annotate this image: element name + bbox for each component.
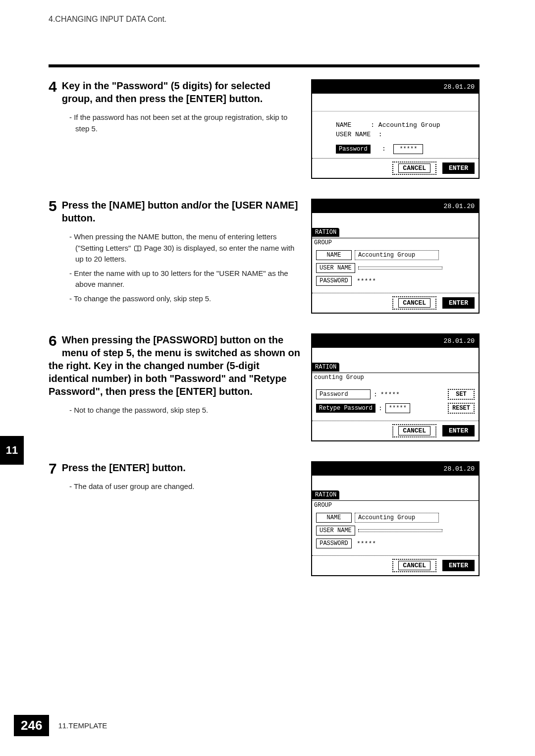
screen-date: 28.01.20: [312, 80, 479, 94]
username-input[interactable]: [358, 267, 442, 270]
header-divider: [49, 64, 480, 67]
screenshot-step5: 28.01.20 RATION GROUP NAME Accounting Gr…: [311, 199, 480, 314]
enter-button[interactable]: ENTER: [442, 560, 475, 571]
password-label: Password: [336, 145, 371, 154]
step-bullets: The data of user group are changed.: [49, 481, 301, 492]
bullet: When pressing the NAME button, the menu …: [69, 231, 301, 265]
set-button[interactable]: SET: [448, 389, 475, 400]
password-value: *****: [380, 391, 400, 398]
name-input[interactable]: Accounting Group: [355, 513, 439, 523]
username-button[interactable]: USER NAME: [316, 526, 355, 536]
step-number: 4: [49, 79, 57, 94]
page-number: 246: [14, 715, 49, 736]
retype-password-label: Retype Password: [316, 404, 375, 413]
step-title: Press the [NAME] button and/or the [USER…: [49, 199, 301, 224]
step-title: Key in the "Password" (5 digits) for sel…: [49, 79, 301, 105]
screen-date: 28.01.20: [312, 334, 479, 348]
retype-password-field[interactable]: *****: [385, 403, 410, 413]
cancel-button[interactable]: CANCEL: [392, 162, 436, 175]
enter-button[interactable]: ENTER: [442, 297, 475, 309]
footer-section: 11.TEMPLATE: [58, 721, 107, 730]
name-input[interactable]: Accounting Group: [355, 250, 439, 260]
step-bullets: If the password has not been set at the …: [49, 112, 301, 134]
screenshot-step7: 28.01.20 RATION GROUP NAME Accounting Gr…: [311, 461, 480, 576]
name-button[interactable]: NAME: [316, 513, 352, 523]
screenshot-step4: 28.01.20 NAME : Accounting Group USER NA…: [311, 79, 480, 179]
step-7: 7 Press the [ENTER] button. The data of …: [49, 461, 480, 576]
cancel-button[interactable]: CANCEL: [392, 424, 436, 437]
name-value: : Accounting Group: [371, 121, 440, 129]
step-5: 5 Press the [NAME] button and/or the [US…: [49, 199, 480, 314]
tab-ration: RATION: [312, 490, 339, 499]
page-footer: 246 11.TEMPLATE: [14, 715, 107, 736]
step-bullets: When pressing the NAME button, the menu …: [49, 231, 301, 304]
step-number: 5: [49, 199, 57, 214]
bullet: If the password has not been set at the …: [69, 112, 301, 134]
name-button[interactable]: NAME: [316, 250, 352, 260]
bullet: The data of user group are changed.: [69, 481, 301, 492]
password-button[interactable]: PASSWORD: [316, 276, 352, 286]
username-button[interactable]: USER NAME: [316, 263, 355, 273]
screenshot-step6: 28.01.20 RATION counting Group Password …: [311, 333, 480, 441]
name-label: NAME: [336, 121, 351, 129]
step-title: When pressing the [PASSWORD] button on t…: [49, 333, 301, 398]
reset-button[interactable]: RESET: [448, 403, 475, 414]
bullet: To change the password only, skip step 5…: [69, 293, 301, 305]
step-title: Press the [ENTER] button.: [49, 461, 301, 474]
bullet: Enter the name with up to 30 letters for…: [69, 268, 301, 290]
screen-date: 28.01.20: [312, 200, 479, 213]
password-value: *****: [355, 540, 376, 547]
page-header: 4.CHANGING INPUT DATA Cont.: [49, 15, 166, 24]
password-field[interactable]: *****: [393, 144, 423, 154]
screen-date: 28.01.20: [312, 462, 479, 476]
book-icon: [134, 246, 141, 251]
content-area: 4 Key in the "Password" (5 digits) for s…: [49, 79, 480, 596]
tab-ration: RATION: [312, 363, 339, 372]
password-value: *****: [355, 277, 376, 285]
username-value: :: [378, 131, 382, 138]
password-button[interactable]: PASSWORD: [316, 539, 352, 548]
chapter-tab: 11: [0, 436, 24, 465]
step-number: 6: [49, 333, 57, 348]
subheader: counting Group: [312, 373, 479, 384]
subheader: GROUP: [312, 238, 479, 249]
step-bullets: Not to change the password, skip step 5.: [49, 405, 301, 416]
username-input[interactable]: [358, 529, 442, 532]
subheader: GROUP: [312, 500, 479, 512]
password-label: Password: [316, 389, 371, 399]
enter-button[interactable]: ENTER: [442, 425, 475, 436]
username-label: USER NAME: [336, 131, 371, 138]
cancel-button[interactable]: CANCEL: [392, 559, 436, 572]
step-4: 4 Key in the "Password" (5 digits) for s…: [49, 79, 480, 179]
cancel-button[interactable]: CANCEL: [392, 296, 436, 310]
enter-button[interactable]: ENTER: [442, 162, 475, 174]
tab-ration: RATION: [312, 228, 339, 237]
step-number: 7: [49, 461, 57, 476]
bullet: Not to change the password, skip step 5.: [69, 405, 301, 416]
step-6: 6 When pressing the [PASSWORD] button on…: [49, 333, 480, 441]
